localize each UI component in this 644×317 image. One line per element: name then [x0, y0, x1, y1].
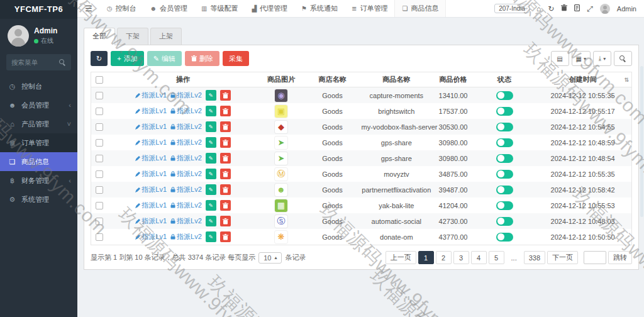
row-delete-button[interactable]	[220, 121, 231, 132]
page-jump-input[interactable]	[584, 251, 606, 264]
topnav-item-goods[interactable]: ❏商品信息	[394, 0, 446, 17]
assign-lv2-link[interactable]: 指派Lv2	[170, 153, 202, 163]
row-delete-button[interactable]	[220, 169, 231, 179]
row-edit-button[interactable]: ✎	[206, 231, 216, 242]
row-edit-button[interactable]: ✎	[206, 216, 216, 226]
row-checkbox[interactable]	[96, 233, 103, 241]
sidebar-item-products[interactable]: ⌂产品管理˅	[0, 114, 77, 133]
row-delete-button[interactable]	[220, 184, 231, 195]
delete-button[interactable]: 删除	[185, 51, 219, 66]
row-checkbox[interactable]	[96, 108, 103, 115]
row-edit-button[interactable]: ✎	[206, 169, 216, 179]
page-jump-button[interactable]: 跳转	[608, 251, 632, 264]
sidebar-item-members[interactable]: ☻会员管理‹	[0, 96, 77, 114]
row-edit-button[interactable]: ✎	[206, 153, 216, 164]
tab-all[interactable]: 全部	[84, 28, 115, 45]
topnav-item-orders[interactable]: ≣订单管理	[345, 0, 394, 17]
row-edit-button[interactable]: ✎	[206, 137, 216, 148]
topnav-item-agents[interactable]: ▟代理管理	[245, 0, 294, 17]
topnav-item-members[interactable]: ☻会员管理	[143, 0, 194, 17]
refresh-button[interactable]: ↻	[91, 51, 108, 66]
assign-lv1-link[interactable]: 指派Lv1	[135, 91, 167, 100]
assign-lv1-link[interactable]: 指派Lv1	[135, 216, 167, 226]
assign-lv2-link[interactable]: 指派Lv2	[170, 169, 202, 179]
assign-lv1-link[interactable]: 指派Lv1	[135, 106, 167, 116]
row-delete-button[interactable]	[220, 216, 231, 226]
row-delete-button[interactable]	[220, 231, 231, 242]
status-toggle[interactable]	[496, 138, 513, 147]
col-created[interactable]: 创建时间⇅	[534, 75, 631, 84]
add-button[interactable]: +添加	[111, 51, 143, 66]
row-checkbox[interactable]	[96, 123, 103, 131]
assign-lv2-link[interactable]: 指派Lv2	[170, 201, 202, 210]
sidebar-item-orders[interactable]: ≣订单管理	[0, 133, 77, 152]
row-delete-button[interactable]	[220, 106, 231, 116]
card-view-button[interactable]: ▤	[551, 51, 569, 66]
hamburger-icon[interactable]: ☰	[77, 4, 100, 13]
columns-button[interactable]: ▦▾	[572, 51, 591, 66]
tab-off-shelf[interactable]: 下架	[117, 28, 148, 45]
status-toggle[interactable]	[496, 107, 513, 116]
status-toggle[interactable]	[496, 123, 513, 131]
topnav-item-levels[interactable]: ▥等级配置	[194, 0, 245, 17]
row-delete-button[interactable]	[220, 200, 231, 211]
status-toggle[interactable]	[496, 154, 513, 163]
assign-lv1-link[interactable]: 指派Lv1	[135, 153, 167, 163]
menu-search-input[interactable]	[11, 58, 59, 66]
topnav-item-notices[interactable]: ⚑系统通知	[294, 0, 345, 17]
page-button-2[interactable]: 2	[436, 251, 452, 264]
row-delete-button[interactable]	[220, 137, 231, 148]
search-toggle-button[interactable]	[614, 51, 632, 66]
export-button[interactable]: ⤓▾	[593, 51, 611, 66]
status-toggle[interactable]	[496, 233, 513, 242]
assign-lv2-link[interactable]: 指派Lv2	[170, 91, 202, 100]
row-delete-button[interactable]	[220, 153, 231, 164]
assign-lv2-link[interactable]: 指派Lv2	[170, 216, 202, 226]
page-button-4[interactable]: 4	[471, 251, 487, 264]
row-checkbox[interactable]	[96, 92, 103, 99]
assign-lv1-link[interactable]: 指派Lv1	[135, 169, 167, 179]
sidebar-item-system[interactable]: ⚙系统管理	[0, 190, 77, 209]
refresh-icon[interactable]: ↻	[548, 5, 554, 13]
row-edit-button[interactable]: ✎	[206, 90, 216, 101]
topbar-username[interactable]: Admin	[617, 5, 636, 13]
collect-button[interactable]: 采集	[223, 51, 249, 66]
status-toggle[interactable]	[496, 170, 513, 179]
region-selector[interactable]: 207-India	[494, 4, 530, 13]
status-toggle[interactable]	[496, 201, 513, 210]
assign-lv2-link[interactable]: 指派Lv2	[170, 106, 202, 116]
sidebar-search[interactable]	[6, 54, 71, 70]
row-edit-button[interactable]: ✎	[206, 184, 216, 195]
row-edit-button[interactable]: ✎	[206, 200, 216, 211]
topnav-item-dashboard[interactable]: ◷控制台	[100, 0, 143, 17]
status-toggle[interactable]	[496, 217, 513, 226]
sort-icon[interactable]: ⇅	[624, 77, 629, 83]
row-checkbox[interactable]	[96, 218, 103, 225]
page-button-5[interactable]: 5	[489, 251, 504, 264]
row-edit-button[interactable]: ✎	[206, 121, 216, 132]
assign-lv1-link[interactable]: 指派Lv1	[135, 201, 167, 210]
next-page-button[interactable]: 下一页	[547, 251, 578, 264]
tab-on-shelf[interactable]: 上架	[150, 28, 182, 45]
sidebar-item-goods[interactable]: ❏商品信息	[0, 152, 77, 171]
status-toggle[interactable]	[496, 186, 513, 194]
assign-lv2-link[interactable]: 指派Lv2	[170, 232, 202, 242]
page-button-338[interactable]: 338	[524, 251, 545, 264]
assign-lv1-link[interactable]: 指派Lv1	[135, 122, 167, 131]
assign-lv2-link[interactable]: 指派Lv2	[170, 138, 202, 147]
page-size-select[interactable]: 10▴	[258, 252, 282, 264]
assign-lv2-link[interactable]: 指派Lv2	[170, 185, 202, 194]
select-all-checkbox[interactable]	[96, 76, 103, 84]
assign-lv2-link[interactable]: 指派Lv2	[170, 122, 202, 131]
row-checkbox[interactable]	[96, 139, 103, 147]
row-edit-button[interactable]: ✎	[206, 106, 216, 116]
page-button-3[interactable]: 3	[453, 251, 469, 264]
status-toggle[interactable]	[496, 91, 513, 100]
prev-page-button[interactable]: 上一页	[386, 251, 416, 264]
page-button-1[interactable]: 1	[418, 251, 434, 264]
topbar-avatar[interactable]	[600, 4, 610, 14]
edit-button[interactable]: ✎编辑	[147, 51, 182, 66]
trash-icon[interactable]	[561, 4, 567, 13]
row-checkbox[interactable]	[96, 170, 103, 178]
assign-lv1-link[interactable]: 指派Lv1	[135, 185, 167, 194]
